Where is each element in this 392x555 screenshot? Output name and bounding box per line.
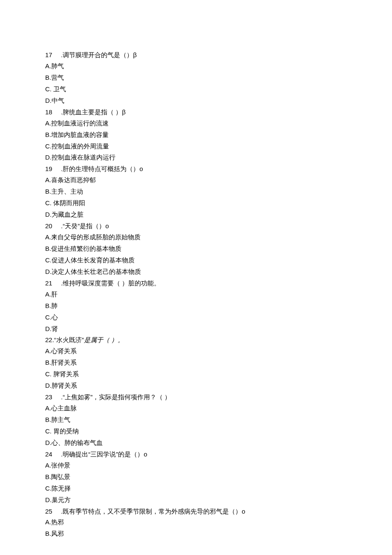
option-line: B.增加内脏血液的容量 xyxy=(45,129,349,141)
option-text: 主升、主动 xyxy=(51,188,83,195)
option-letter: A. xyxy=(45,404,51,412)
option-text: 胃的受纳 xyxy=(53,428,79,435)
option-text: 增加内脏血液的容量 xyxy=(51,131,109,138)
option-line: B.陶弘景 xyxy=(45,471,349,483)
option-letter: B. xyxy=(45,74,51,81)
option-text: 张仲景 xyxy=(51,462,70,469)
option-line: C.控制血液的外周流量 xyxy=(45,141,349,152)
question-number: 22. xyxy=(45,334,54,346)
option-line: D.心、肺的输布气血 xyxy=(45,437,349,449)
question-text: .明确提出“三因学说”的是（）o xyxy=(61,450,147,458)
option-letter: C. xyxy=(45,427,53,435)
option-text: 为藏血之脏 xyxy=(52,211,84,218)
option-line: B.主升、主动 xyxy=(45,186,349,198)
option-letter: D. xyxy=(45,382,52,389)
question-number: 20 xyxy=(45,221,55,232)
option-letter: A. xyxy=(45,62,51,70)
question-number: 25 xyxy=(45,506,55,517)
option-text: 中气 xyxy=(52,97,64,104)
option-letter: D. xyxy=(45,496,52,503)
option-text: 巢元方 xyxy=(52,497,71,503)
question-block: 19.肝的生理特点可概括为（）oA.喜条达而恶抑郁B.主升、主动C. 体阴而用阳… xyxy=(45,163,349,221)
question-text: .维持呼吸深度需要（ ）脏的功能。 xyxy=(61,279,160,287)
question-block: 18.脾统血主要是指（ ）βA.控制血液运行的流速B.增加内脏血液的容量C.控制… xyxy=(45,107,349,164)
question-text: .调节膜理开合的气是（） xyxy=(61,51,133,58)
option-text: 肾 xyxy=(52,325,58,332)
option-line: D.巢元方 xyxy=(45,494,349,506)
option-line: C. 体阴而用阳 xyxy=(45,198,349,209)
option-text: 决定人体生长壮老己的基本物质 xyxy=(52,268,141,275)
option-text: 促进生殖繁衍的基本物质 xyxy=(51,245,121,252)
option-text: 卫气 xyxy=(53,86,66,93)
option-line: C. 胃的受纳 xyxy=(45,426,349,437)
option-text: 肺主气 xyxy=(51,416,70,423)
question-stem: 25.既有季节特点，又不受季节限制，常为外感病先导的邪气是（）o xyxy=(45,506,349,517)
option-text: 肺气 xyxy=(51,63,64,70)
option-letter: C. xyxy=(45,256,52,264)
option-line: C. 卫气 xyxy=(45,84,349,95)
question-text: .脾统血主要是指（ ） xyxy=(61,108,122,116)
option-line: D.肾 xyxy=(45,323,349,335)
question-block: 20.“天癸”是指（）oA.来自父母的形成胚胎的原始物质B.促进生殖繁衍的基本物… xyxy=(45,221,349,278)
option-line: A.控制血液运行的流速 xyxy=(45,118,349,129)
option-line: A.张仲景 xyxy=(45,460,349,471)
option-line: B.肺主气 xyxy=(45,414,349,426)
question-number: 23 xyxy=(45,392,55,403)
option-line: D.决定人体生长壮老己的基本物质 xyxy=(45,266,349,278)
option-line: A.来自父母的形成胚胎的原始物质 xyxy=(45,232,349,243)
option-text: 热邪 xyxy=(51,519,64,526)
question-stem: 22.“水火既济”是属于（ ）。 xyxy=(45,334,349,346)
option-letter: A. xyxy=(45,462,51,469)
question-number: 19 xyxy=(45,163,55,174)
option-text: 来自父母的形成胚胎的原始物质 xyxy=(51,234,141,241)
option-letter: B. xyxy=(45,188,51,195)
option-text: 控制血液在脉道内运行 xyxy=(52,154,115,161)
option-line: B.促进生殖繁衍的基本物质 xyxy=(45,243,349,255)
option-text: 促进人体生长发育的基本物质 xyxy=(52,257,135,264)
option-letter: D. xyxy=(45,325,52,332)
question-text: .“天癸”是指（）o xyxy=(61,222,109,230)
option-text: 心肾关系 xyxy=(51,348,77,355)
option-text: 心、肺的输布气血 xyxy=(52,439,103,446)
option-letter: D. xyxy=(45,211,52,218)
option-text: 肺肾关系 xyxy=(52,382,77,389)
question-text: β xyxy=(122,108,126,116)
option-letter: A. xyxy=(45,347,51,355)
option-line: A.热邪 xyxy=(45,517,349,528)
document-body: 17.调节膜理开合的气是（）βA.肺气B.营气C. 卫气D.中气18.脾统血主要… xyxy=(45,49,349,540)
option-letter: B. xyxy=(45,245,51,252)
question-block: 21.维持呼吸深度需要（ ）脏的功能。A.肝B.肺C.心D.肾 xyxy=(45,278,349,335)
option-line: A.肺气 xyxy=(45,61,349,72)
option-text: 肺 xyxy=(51,302,58,309)
option-letter: A. xyxy=(45,119,51,127)
question-text: 是属于（ ）。 xyxy=(84,336,124,343)
option-letter: D. xyxy=(45,268,52,275)
question-text: “水火既济” xyxy=(54,336,84,343)
option-letter: A. xyxy=(45,518,51,526)
option-text: 喜条达而恶抑郁 xyxy=(51,177,96,183)
option-text: 控制血液运行的流速 xyxy=(51,120,109,127)
question-text: β xyxy=(133,51,137,58)
option-line: D.控制血液在脉道内运行 xyxy=(45,152,349,163)
option-letter: C. xyxy=(45,85,53,93)
option-letter: B. xyxy=(45,473,51,480)
option-letter: B. xyxy=(45,359,51,366)
option-text: 心主血脉 xyxy=(51,405,77,412)
question-stem: 23.“上焦如雾”，实际是指何项作用？（ ） xyxy=(45,392,349,403)
option-line: B.肺 xyxy=(45,300,349,312)
option-line: B.肝肾关系 xyxy=(45,357,349,369)
option-line: D.肺肾关系 xyxy=(45,380,349,392)
question-number: 21 xyxy=(45,278,55,289)
option-letter: C. xyxy=(45,370,53,378)
option-letter: C. xyxy=(45,314,52,321)
question-text: .“上焦如雾”，实际是指何项作用？（ ） xyxy=(61,393,171,401)
option-line: D.中气 xyxy=(45,95,349,107)
option-letter: A. xyxy=(45,176,51,183)
option-text: 脾肾关系 xyxy=(53,371,79,378)
option-line: A.喜条达而恶抑郁 xyxy=(45,174,349,186)
option-letter: B. xyxy=(45,416,51,423)
question-stem: 20.“天癸”是指（）o xyxy=(45,221,349,232)
option-text: 心 xyxy=(52,314,58,321)
question-stem: 19.肝的生理特点可概括为（）o xyxy=(45,163,349,174)
option-letter: D. xyxy=(45,97,52,104)
